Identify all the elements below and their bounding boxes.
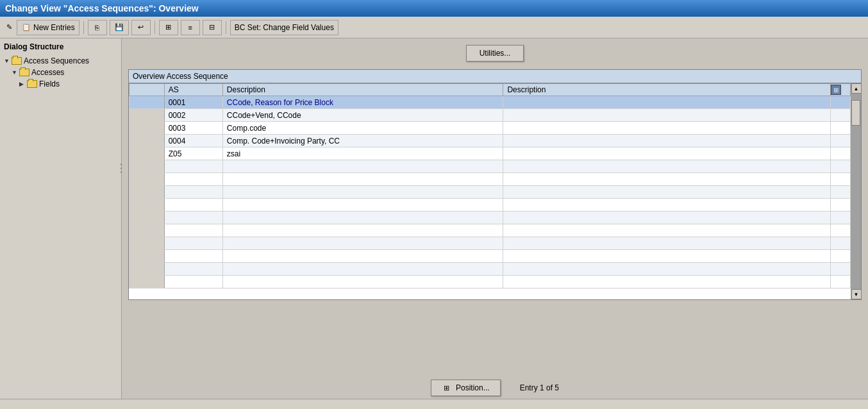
table-row[interactable]	[129, 199, 851, 212]
table-cell-resize	[830, 135, 850, 147]
table-icon: ⊞	[163, 22, 174, 33]
table-cell-sel[interactable]	[129, 147, 165, 160]
col-resize-icon[interactable]	[831, 85, 841, 95]
table-cell-desc2	[503, 109, 831, 122]
col-header-desc2: Description	[503, 84, 831, 96]
table-title: Overview Access Sequence	[133, 72, 228, 81]
table-row[interactable]: 0001CCode, Reason for Price Block	[129, 96, 851, 109]
table-cell-as	[164, 250, 222, 263]
table-cell-sel[interactable]	[129, 263, 165, 276]
sidebar-label-access-sequences: Access Sequences	[24, 56, 89, 65]
bc-set-button[interactable]: BC Set: Change Field Values	[230, 20, 338, 35]
table-cell-as	[164, 199, 222, 212]
table-cell-desc1: zsai	[222, 147, 503, 160]
table-row[interactable]	[129, 173, 851, 186]
table-cell-as	[164, 276, 222, 288]
utilities-button[interactable]: Utilities...	[466, 45, 524, 62]
table-row[interactable]: 0002CCode+Vend, CCode	[129, 109, 851, 122]
save-button[interactable]: 💾	[110, 20, 129, 35]
detail-view-button[interactable]: ≡	[181, 20, 200, 35]
copy-button[interactable]: ⎘	[88, 20, 107, 35]
config-button[interactable]: ⊟	[203, 20, 222, 35]
table-cell-sel[interactable]	[129, 122, 165, 135]
sidebar-item-accesses[interactable]: ▼ Accesses	[10, 67, 119, 78]
scroll-track[interactable]	[851, 94, 861, 289]
utilities-area: Utilities...	[128, 45, 862, 62]
table-row[interactable]	[129, 237, 851, 250]
table-cell-desc2	[503, 147, 831, 160]
table-cell-as	[164, 212, 222, 224]
table-cell-desc2	[503, 160, 831, 173]
copy-icon: ⎘	[92, 22, 103, 33]
scroll-down-arrow[interactable]: ▼	[851, 289, 862, 299]
table-cell-resize	[830, 96, 850, 109]
undo-icon: ↩	[136, 22, 146, 33]
table-cell-sel[interactable]	[129, 109, 165, 122]
table-cell-desc1: CCode+Vend, CCode	[222, 109, 503, 122]
table-row[interactable]: 0003Comp.code	[129, 122, 851, 135]
position-button[interactable]: ⊞ Position...	[431, 380, 501, 396]
table-scroll-wrapper: AS Description Description 0001CCode, Re…	[129, 83, 861, 299]
table-cell-as	[164, 263, 222, 276]
table-cell-desc1	[222, 160, 503, 173]
col-resize-header[interactable]	[830, 84, 850, 96]
table-cell-sel[interactable]	[129, 237, 165, 250]
table-cell-resize	[830, 109, 850, 122]
table-row[interactable]	[129, 160, 851, 173]
table-row[interactable]	[129, 186, 851, 199]
table-cell-desc1	[222, 224, 503, 237]
table-scrollbar: ▲ ▼	[851, 83, 861, 299]
table-cell-as: Z05	[164, 147, 222, 160]
table-row[interactable]	[129, 224, 851, 237]
scroll-thumb[interactable]	[851, 100, 860, 126]
table-cell-sel[interactable]	[129, 212, 165, 224]
table-row[interactable]: 0004Comp. Code+Invoicing Party, CC	[129, 135, 851, 147]
table-cell-sel[interactable]	[129, 224, 165, 237]
table-cell-sel[interactable]	[129, 250, 165, 263]
table-row[interactable]	[129, 212, 851, 224]
table-cell-sel[interactable]	[129, 160, 165, 173]
content-area: Utilities... Overview Access Sequence AS…	[122, 38, 868, 409]
window-title: Change View "Access Sequences": Overview	[5, 3, 199, 13]
table-header-row: Overview Access Sequence	[129, 70, 861, 83]
table-cell-sel[interactable]	[129, 276, 165, 288]
new-entries-button[interactable]: 📋 New Entries	[17, 20, 79, 35]
undo-button[interactable]: ↩	[131, 20, 151, 35]
table-row[interactable]	[129, 250, 851, 263]
table-cell-as: 0002	[164, 109, 222, 122]
table-cell-sel[interactable]	[129, 135, 165, 147]
table-cell-desc1	[222, 237, 503, 250]
table-cell-sel[interactable]	[129, 96, 165, 109]
edit-icon: ✎	[4, 22, 14, 33]
title-bar: Change View "Access Sequences": Overview	[0, 0, 868, 17]
table-cell-desc2	[503, 250, 831, 263]
table-cell-as	[164, 186, 222, 199]
table-cell-resize	[830, 199, 850, 212]
table-row[interactable]: Z05zsai	[129, 147, 851, 160]
table-cell-resize	[830, 186, 850, 199]
col-header-sel	[129, 84, 165, 96]
table-cell-desc2	[503, 96, 831, 109]
sidebar-item-fields[interactable]: ▶ Fields	[18, 78, 119, 90]
table-view-button[interactable]: ⊞	[159, 20, 178, 35]
main-area: Dialog Structure ▼ Access Sequences ▼ Ac…	[0, 38, 868, 409]
table-cell-as: 0003	[164, 122, 222, 135]
table-cell-desc2	[503, 224, 831, 237]
table-cell-desc1: CCode, Reason for Price Block	[222, 96, 503, 109]
table-cell-sel[interactable]	[129, 199, 165, 212]
table-scroll-inner[interactable]: AS Description Description 0001CCode, Re…	[129, 83, 851, 299]
sidebar-item-access-sequences[interactable]: ▼ Access Sequences	[3, 55, 119, 67]
table-cell-resize	[830, 122, 850, 135]
table-cell-sel[interactable]	[129, 186, 165, 199]
table-cell-desc2	[503, 135, 831, 147]
scroll-up-arrow[interactable]: ▲	[851, 83, 862, 94]
table-row[interactable]	[129, 276, 851, 288]
bottom-area: ⊞ Position... Entry 1 of 5	[122, 380, 868, 396]
toolbar: ✎ 📋 New Entries ⎘ 💾 ↩ ⊞ ≡ ⊟ BC Set: Chan…	[0, 17, 868, 38]
table-row[interactable]	[129, 263, 851, 276]
table-cell-as	[164, 224, 222, 237]
folder-icon-2	[19, 69, 29, 76]
table-cell-sel[interactable]	[129, 173, 165, 186]
table-cell-resize	[830, 237, 850, 250]
table-cell-resize	[830, 263, 850, 276]
